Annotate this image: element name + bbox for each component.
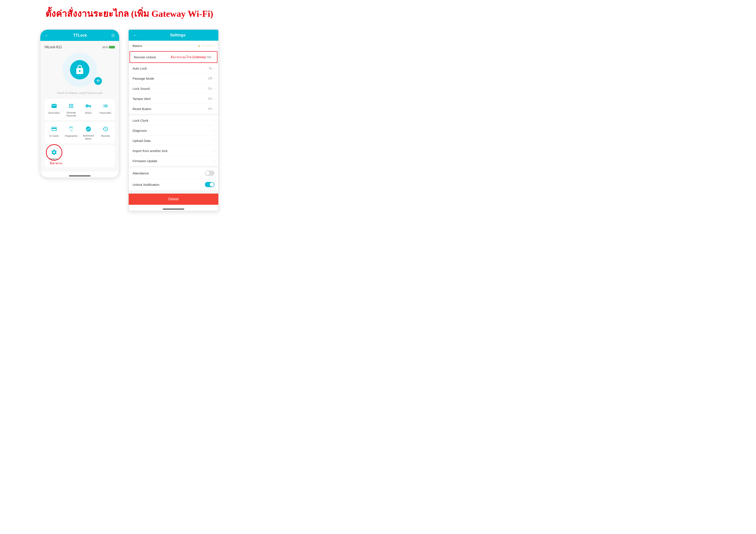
- action-settings[interactable]: HILOCK SMART LOCK Settings: [50, 148, 58, 160]
- lock-svg-icon: [74, 64, 85, 75]
- generate-passcode-icon: [67, 102, 75, 110]
- remote-unlock-chevron: ›: [212, 55, 213, 59]
- reset-button-value-text: On: [208, 107, 212, 111]
- eye-icon[interactable]: ⊙: [111, 33, 115, 38]
- settings-header: ← Settings: [129, 30, 218, 41]
- lock-sound-value: On ›: [208, 87, 214, 90]
- settings-list: Basics 🔒 HILOCK › Remote Unlock สั่งงานร…: [129, 41, 218, 205]
- import-lock-chevron: ›: [213, 149, 214, 153]
- remote-unlock-value: สั่งงานระยะไกล (Gateway) On ›: [171, 55, 213, 60]
- settings-section-2: Lock Clock › Diagnosis › Upload Data: [129, 115, 218, 166]
- left-phone-bottom-bar: [40, 172, 119, 178]
- reset-button-label: Reset Button: [133, 107, 151, 111]
- lock-sound-value-text: On: [208, 87, 212, 90]
- settings-item-basics[interactable]: Basics 🔒 HILOCK ›: [129, 41, 218, 51]
- home-indicator: [69, 175, 91, 176]
- remote-unlock-on: On: [207, 55, 211, 59]
- action-passcodes[interactable]: Passcodes: [98, 102, 113, 117]
- auto-lock-label: Auto Lock: [133, 66, 147, 70]
- settings-item-attendance[interactable]: Attendance: [129, 167, 218, 179]
- unlock-notification-label: Unlock Notification: [133, 183, 159, 187]
- basics-value: 🔒 HILOCK ›: [198, 44, 214, 48]
- unlock-notification-toggle[interactable]: [205, 182, 214, 187]
- ekeys-label: eKeys: [85, 111, 92, 114]
- settings-gear-icon: [50, 148, 58, 156]
- lock-outer-circle: [63, 53, 97, 87]
- lock-sound-label: Lock Sound: [133, 87, 149, 90]
- settings-section-3: Attendance Unlock Notification: [129, 167, 218, 190]
- attendance-toggle[interactable]: [205, 170, 214, 176]
- lock-display[interactable]: 🔒 HILOCK SMART LOCK: [44, 53, 115, 87]
- settings-item-lock-sound[interactable]: Lock Sound On ›: [129, 84, 218, 94]
- settings-item-firmware-update[interactable]: Firmware Update ›: [129, 156, 218, 166]
- settings-item-passage-mode[interactable]: Passage Mode Off ›: [129, 73, 218, 84]
- passcodes-icon: [101, 102, 109, 110]
- action-generate-passcode[interactable]: Generate Passcode: [64, 102, 79, 117]
- passage-mode-value-text: Off: [208, 77, 212, 80]
- settings-item-lock-clock[interactable]: Lock Clock ›: [129, 115, 218, 126]
- reset-button-chevron: ›: [213, 107, 214, 111]
- passage-mode-label: Passage Mode: [133, 77, 154, 80]
- lock-clock-chevron: ›: [213, 118, 214, 122]
- tamper-alert-value: On ›: [208, 97, 214, 101]
- settings-section-1: Basics 🔒 HILOCK › Remote Unlock สั่งงานร…: [129, 41, 218, 114]
- settings-item-unlock-notification[interactable]: Unlock Notification: [129, 179, 218, 190]
- upload-data-label: Upload Data: [133, 139, 150, 142]
- left-phone-body: HiLock-611 85% 🔒 HILOCK SMART LOCK: [40, 41, 119, 172]
- lock-info: HiLock-611 85%: [44, 45, 115, 49]
- auto-lock-value-text: 5s: [209, 66, 212, 70]
- lock-sound-chevron: ›: [213, 87, 214, 90]
- auto-lock-value: 5s ›: [209, 66, 214, 70]
- lock-clock-value: ›: [213, 118, 214, 122]
- left-phone-title: TTLock: [73, 33, 87, 38]
- authorized-admin-icon: [84, 125, 93, 133]
- settings-item-upload-data[interactable]: Upload Data ›: [129, 136, 218, 146]
- tamper-alert-label: Tamper Alert: [133, 97, 150, 101]
- records-label: Records: [101, 134, 110, 138]
- settings-label: Settings: [50, 158, 58, 160]
- import-lock-label: Import from another lock: [133, 149, 168, 153]
- touch-hint: Touch to Unlock, Long Press to Lock: [44, 91, 115, 94]
- settings-item-auto-lock[interactable]: Auto Lock 5s ›: [129, 63, 218, 73]
- diagnosis-label: Diagnosis: [133, 129, 147, 132]
- fingerprints-icon: [67, 125, 75, 133]
- battery-indicator: 85%: [102, 46, 115, 49]
- fingerprints-label: Fingerprints: [65, 134, 77, 138]
- action-ic-cards[interactable]: IC Cards: [46, 125, 62, 140]
- settings-back-icon[interactable]: ←: [133, 33, 137, 38]
- right-phone: ← Settings Basics 🔒 HILOCK › Remote: [128, 29, 219, 211]
- left-phone-header: ← TTLock ⊙: [40, 30, 119, 41]
- tamper-alert-chevron: ›: [213, 97, 214, 101]
- action-records[interactable]: Records: [98, 125, 113, 140]
- battery-bar: [109, 46, 115, 48]
- firmware-update-label: Firmware Update: [133, 159, 157, 163]
- wifi-badge: [94, 77, 102, 85]
- right-phone-bottom-bar: [129, 205, 218, 211]
- gateway-text: สั่งงานระยะไกล (Gateway): [171, 55, 206, 60]
- passage-mode-value: Off ›: [208, 76, 214, 80]
- settings-item-import-lock[interactable]: Import from another lock ›: [129, 146, 218, 156]
- action-ekeys[interactable]: eKeys: [81, 102, 96, 117]
- settings-item-reset-button[interactable]: Reset Button On ›: [129, 104, 218, 114]
- import-lock-value: ›: [213, 149, 214, 153]
- delete-button[interactable]: Delete: [129, 193, 218, 205]
- settings-item-diagnosis[interactable]: Diagnosis ›: [129, 126, 218, 136]
- battery-percent: 85%: [102, 46, 108, 49]
- send-ekey-icon: [50, 102, 58, 110]
- reset-button-value: On ›: [208, 107, 214, 111]
- settings-item-remote-unlock[interactable]: Remote Unlock สั่งงานระยะไกล (Gateway) O…: [129, 51, 217, 63]
- settings-item-tamper-alert[interactable]: Tamper Alert On ›: [129, 94, 218, 104]
- remote-unlock-label: Remote Unlock: [134, 55, 156, 59]
- action-authorized-admin[interactable]: Authorized Admin: [81, 125, 96, 140]
- basics-label: Basics: [133, 44, 142, 48]
- passage-mode-chevron: ›: [213, 76, 214, 80]
- diagnosis-chevron: ›: [213, 129, 214, 132]
- tamper-alert-value-text: On: [208, 97, 212, 100]
- action-send-ekey[interactable]: Send eKey: [46, 102, 62, 117]
- firmware-update-value: ›: [213, 159, 214, 163]
- action-fingerprints[interactable]: Fingerprints: [64, 125, 79, 140]
- action-row-1: Send eKey Generate Passcode: [44, 99, 115, 120]
- settings-sub-label: ตั้งค่าต่างๆ: [50, 161, 62, 165]
- back-arrow-icon[interactable]: ←: [44, 33, 49, 38]
- basics-chevron: ›: [213, 44, 214, 48]
